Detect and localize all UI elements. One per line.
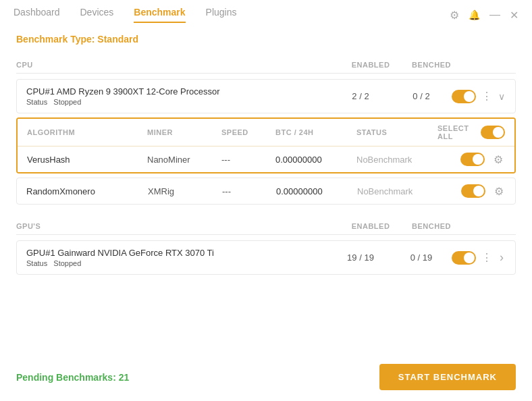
gpu-device-row: GPU#1 Gainward NVIDIA GeForce RTX 3070 T… xyxy=(16,240,516,275)
pending-benchmarks-text: Pending Benchmarks: 21 xyxy=(16,372,129,383)
algo-btc-randomxmonero: 0.00000000 xyxy=(276,186,357,196)
algo-col-btc-label: BTC / 24H xyxy=(275,128,356,136)
algo-name-verushash: VerusHash xyxy=(27,155,147,165)
algo-row-randomxmonero: RandomXmonero XMRig --- 0.00000000 NoBen… xyxy=(16,178,516,205)
gpu-label: GPU'S xyxy=(16,222,340,230)
main-content: Benchmark Type: Standard CPU ENABLED BEN… xyxy=(0,23,532,356)
algo-table-highlighted: ALGORITHM MINER SPEED BTC / 24H STATUS S… xyxy=(16,117,516,173)
start-benchmark-button[interactable]: START BENCHMARK xyxy=(379,364,516,390)
gpu-device-actions: ⋮ › xyxy=(452,251,506,265)
minimize-icon[interactable]: — xyxy=(489,9,500,21)
titlebar: Dashboard Devices Benchmark Plugins ⚙ 🔔 … xyxy=(0,0,532,23)
algo-actions-verushash: ⚙ xyxy=(437,153,505,166)
cpu-more-icon[interactable]: ⋮ xyxy=(481,90,492,103)
cpu-label: CPU xyxy=(16,61,340,69)
benchmark-type-row: Benchmark Type: Standard xyxy=(16,34,516,45)
algo-status-verushash: NoBenchmark xyxy=(356,155,437,165)
footer: Pending Benchmarks: 21 START BENCHMARK xyxy=(0,356,532,401)
cpu-section-header: CPU ENABLED BENCHED xyxy=(16,57,516,74)
cpu-device-enabled: 2 / 2 xyxy=(330,91,391,101)
cpu-device-name: CPU#1 AMD Ryzen 9 3900XT 12-Core Process… xyxy=(26,86,330,97)
randomxmonero-settings-icon[interactable]: ⚙ xyxy=(492,184,506,198)
bell-icon[interactable]: 🔔 xyxy=(469,9,480,20)
cpu-device-status: Status Stopped xyxy=(26,98,330,106)
nav-tabs: Dashboard Devices Benchmark Plugins xyxy=(14,7,236,23)
algo-col-status-label: STATUS xyxy=(356,128,437,136)
cpu-device-row: CPU#1 AMD Ryzen 9 3900XT 12-Core Process… xyxy=(16,79,516,113)
verushash-toggle[interactable] xyxy=(460,153,485,166)
gpu-section-header: GPU'S ENABLED BENCHED xyxy=(16,218,516,235)
algo-speed-randomxmonero: --- xyxy=(222,186,276,196)
algo-col-speed-label: SPEED xyxy=(221,128,275,136)
gpu-device-enabled: 19 / 19 xyxy=(330,252,391,263)
cpu-enabled-label: ENABLED xyxy=(340,61,401,69)
gpu-device-benched: 0 / 19 xyxy=(391,252,452,263)
gpu-expand-icon[interactable]: › xyxy=(498,251,506,265)
main-window: Dashboard Devices Benchmark Plugins ⚙ 🔔 … xyxy=(0,0,532,401)
gpu-benched-label: BENCHED xyxy=(401,222,462,230)
algo-btc-verushash: 0.00000000 xyxy=(275,155,356,165)
verushash-settings-icon[interactable]: ⚙ xyxy=(491,153,505,166)
benchmark-type-label: Benchmark Type: xyxy=(16,34,95,45)
gpu-device-status: Status Stopped xyxy=(26,259,330,267)
algo-actions-randomxmonero: ⚙ xyxy=(438,184,506,198)
gpu-toggle[interactable] xyxy=(452,251,476,265)
algo-row-verushash: VerusHash NanoMiner --- 0.00000000 NoBen… xyxy=(18,146,514,172)
settings-icon[interactable]: ⚙ xyxy=(450,9,459,22)
tab-dashboard[interactable]: Dashboard xyxy=(14,7,60,23)
algo-table-header: ALGORITHM MINER SPEED BTC / 24H STATUS S… xyxy=(18,119,514,146)
algo-col-miner-label: MINER xyxy=(147,128,221,136)
algo-col-algorithm-label: ALGORITHM xyxy=(27,128,147,136)
tab-devices[interactable]: Devices xyxy=(80,7,114,23)
cpu-device-actions: ⋮ ∨ xyxy=(452,90,506,103)
cpu-device-benched: 0 / 2 xyxy=(391,91,452,101)
gpu-more-icon[interactable]: ⋮ xyxy=(481,251,492,265)
cpu-expand-icon[interactable]: ∨ xyxy=(498,90,506,103)
cpu-section: CPU ENABLED BENCHED CPU#1 AMD Ryzen 9 39… xyxy=(16,57,516,205)
benchmark-type-value: Standard xyxy=(97,34,138,45)
cpu-benched-label: BENCHED xyxy=(401,61,462,69)
window-controls: ⚙ 🔔 — ✕ xyxy=(450,9,518,22)
algo-name-randomxmonero: RandomXmonero xyxy=(26,186,148,196)
algo-miner-verushash: NanoMiner xyxy=(147,155,221,165)
randomxmonero-toggle[interactable] xyxy=(461,184,485,198)
gpu-enabled-label: ENABLED xyxy=(340,222,401,230)
gpu-device-name: GPU#1 Gainward NVIDIA GeForce RTX 3070 T… xyxy=(26,248,330,258)
cpu-toggle[interactable] xyxy=(452,90,476,103)
close-icon[interactable]: ✕ xyxy=(510,9,518,22)
algo-status-randomxmonero: NoBenchmark xyxy=(357,186,438,196)
select-all-toggle[interactable] xyxy=(481,126,505,139)
algo-col-selectall-label: SELECT ALL xyxy=(437,124,505,140)
tab-plugins[interactable]: Plugins xyxy=(206,7,237,23)
algo-speed-verushash: --- xyxy=(221,155,275,165)
tab-benchmark[interactable]: Benchmark xyxy=(134,7,185,23)
algo-miner-randomxmonero: XMRig xyxy=(148,186,222,196)
gpu-section: GPU'S ENABLED BENCHED GPU#1 Gainward NVI… xyxy=(16,218,516,275)
